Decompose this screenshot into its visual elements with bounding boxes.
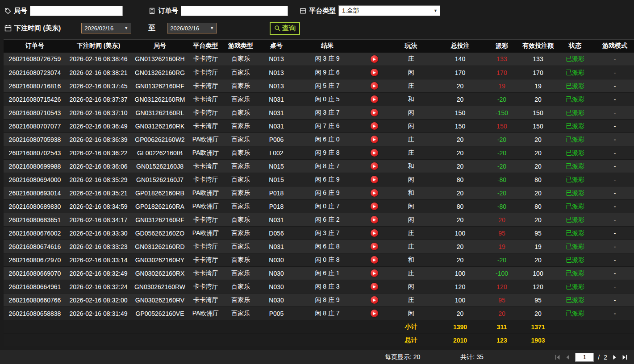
- cell-payout: -20: [486, 146, 518, 160]
- last-page-button[interactable]: [621, 354, 628, 360]
- table-row: 2602160806898302026-02-16 08:34:59GP0182…: [4, 200, 634, 213]
- bet-time-filter: 下注时间 (美东): [4, 24, 61, 33]
- cell-result: 闲 6 庄 9: [294, 173, 361, 186]
- cell-mode: -: [592, 66, 634, 79]
- table-row: 2602160807105432026-02-16 08:37:10GN0312…: [4, 106, 634, 120]
- cell-valid-bet: 20: [518, 160, 558, 173]
- cell-play: 闲: [388, 120, 434, 133]
- table-row: 2602160807059382026-02-16 08:36:39GP0062…: [4, 133, 634, 146]
- cell-play: 庄: [388, 294, 434, 307]
- replay-icon[interactable]: [371, 149, 378, 157]
- cell-play: 庄: [388, 53, 434, 66]
- replay-icon[interactable]: [371, 189, 378, 197]
- date-to-select[interactable]: 2026/02/16 ▼: [167, 23, 217, 33]
- cell-payout: -20: [486, 160, 518, 173]
- cell-game-type: 百家乐: [222, 200, 259, 213]
- cell-table-no: N030: [259, 294, 294, 307]
- cell-order-no: 260216080723074: [4, 66, 66, 79]
- table-body: 2602160807267592026-02-16 08:38:46GN0132…: [4, 53, 634, 320]
- query-button[interactable]: 查询: [270, 22, 300, 35]
- cell-mode: -: [592, 79, 634, 93]
- table-row: 2602160807230742026-02-16 08:38:21GN0132…: [4, 66, 634, 79]
- cell-game-no: GD056262160ZO: [131, 227, 189, 240]
- cell-platform: 卡卡湾厅: [189, 240, 222, 253]
- chevron-down-icon: ▼: [434, 8, 438, 13]
- game-no-input[interactable]: [30, 6, 123, 16]
- replay-icon[interactable]: [371, 283, 378, 290]
- replay-icon[interactable]: [371, 310, 378, 317]
- cell-total-bet: 20: [434, 160, 486, 173]
- col-header-payout: 派彩: [486, 40, 518, 53]
- cell-mode: -: [592, 213, 634, 227]
- replay-icon[interactable]: [371, 95, 378, 103]
- subtotal-payout: 311: [486, 320, 518, 334]
- cell-result: 闲 3 庄 7: [294, 106, 361, 120]
- cell-game-no: GN013262160RG: [131, 66, 189, 79]
- cell-status: 已派彩: [558, 146, 592, 160]
- query-button-label: 查询: [282, 24, 296, 33]
- platform-select[interactable]: 1.全部 ▼: [338, 5, 440, 16]
- replay-icon[interactable]: [371, 229, 378, 237]
- cell-valid-bet: 80: [518, 200, 558, 213]
- cell-valid-bet: 100: [518, 267, 558, 280]
- cell-total-bet: 150: [434, 106, 486, 120]
- cell-replay: [361, 240, 388, 253]
- replay-icon[interactable]: [371, 109, 378, 116]
- cell-order-no: 260216080693014: [4, 186, 66, 200]
- replay-icon[interactable]: [371, 55, 378, 63]
- replay-icon[interactable]: [371, 203, 378, 210]
- cell-platform: 卡卡湾厅: [189, 93, 222, 106]
- cell-table-no: N031: [259, 120, 294, 133]
- replay-icon[interactable]: [371, 122, 378, 130]
- cell-payout: -20: [486, 253, 518, 267]
- prev-page-button[interactable]: [565, 354, 571, 360]
- first-page-button[interactable]: [555, 354, 561, 360]
- col-header-game-type: 游戏类型: [222, 40, 259, 53]
- cell-mode: -: [592, 106, 634, 120]
- replay-icon[interactable]: [371, 162, 378, 170]
- cell-status: 已派彩: [558, 307, 592, 320]
- order-no-input[interactable]: [181, 6, 288, 16]
- date-from-value: 2026/02/16: [84, 25, 113, 32]
- cell-play: 和: [388, 160, 434, 173]
- replay-icon[interactable]: [371, 256, 378, 264]
- cell-bet-time: 2026-02-16 08:37:10: [66, 106, 131, 120]
- cell-result: 闲 0 庄 5: [294, 93, 361, 106]
- replay-icon[interactable]: [371, 69, 378, 76]
- table-row: 2602160806649612026-02-16 08:32:24GN0302…: [4, 280, 634, 294]
- replay-icon[interactable]: [371, 136, 378, 143]
- replay-icon[interactable]: [371, 176, 378, 183]
- cell-mode: -: [592, 280, 634, 294]
- cell-bet-time: 2026-02-16 08:36:39: [66, 133, 131, 146]
- replay-icon[interactable]: [371, 82, 378, 90]
- cell-result: 闲 3 庄 7: [294, 227, 361, 240]
- cell-play: 和: [388, 253, 434, 267]
- cell-replay: [361, 294, 388, 307]
- next-page-button[interactable]: [611, 354, 617, 360]
- cell-table-no: N013: [259, 53, 294, 66]
- cell-replay: [361, 186, 388, 200]
- cell-result: 闲 6 庄 8: [294, 240, 361, 253]
- grid-icon: [300, 8, 306, 14]
- cell-game-type: 百家乐: [222, 294, 259, 307]
- cell-play: 和: [388, 186, 434, 200]
- replay-icon[interactable]: [371, 243, 378, 250]
- page-input[interactable]: [575, 353, 594, 362]
- replay-icon[interactable]: [371, 296, 378, 304]
- cell-result: 闲 9 庄 8: [294, 146, 361, 160]
- cell-payout: -20: [486, 133, 518, 146]
- cell-status: 已派彩: [558, 253, 592, 267]
- cell-platform: 卡卡湾厅: [189, 280, 222, 294]
- total-count-label: 共计: 35: [460, 353, 483, 361]
- cell-result: 闲 8 庄 3: [294, 280, 361, 294]
- replay-icon[interactable]: [371, 216, 378, 223]
- cell-table-no: P018: [259, 186, 294, 200]
- date-from-select[interactable]: 2026/02/16 ▼: [81, 23, 131, 33]
- cell-status: 已派彩: [558, 120, 592, 133]
- replay-icon[interactable]: [371, 269, 378, 277]
- cell-table-no: N030: [259, 253, 294, 267]
- cell-platform: PA欧洲厅: [189, 227, 222, 240]
- cell-table-no: N015: [259, 160, 294, 173]
- cell-total-bet: 100: [434, 267, 486, 280]
- cell-play: 闲: [388, 213, 434, 227]
